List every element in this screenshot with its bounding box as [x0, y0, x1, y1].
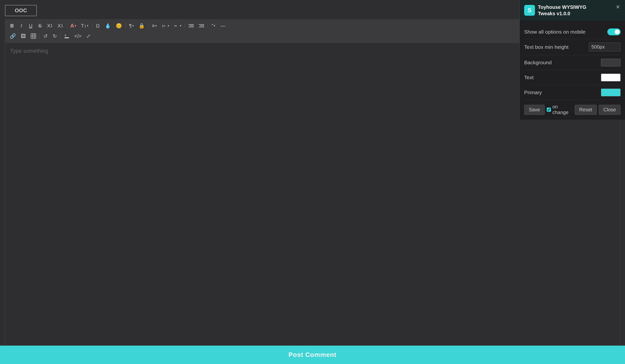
svg-rect-13: [64, 37, 69, 38]
primary-color-swatch[interactable]: [601, 89, 621, 96]
indent-increase-button[interactable]: [197, 22, 206, 30]
background-row: Background: [524, 55, 621, 70]
table-button[interactable]: [29, 32, 38, 40]
show-mobile-row: Show all options on mobile: [524, 25, 621, 39]
editor-placeholder: Type something: [10, 48, 48, 54]
post-comment-button[interactable]: Post Comment: [0, 346, 625, 364]
font-color-button[interactable]: A: [68, 22, 78, 30]
text-color-row: Text: [524, 70, 621, 85]
sep4: [148, 23, 149, 29]
save-button[interactable]: Save: [524, 105, 545, 115]
indent-decrease-button[interactable]: [187, 22, 196, 30]
emoji-button[interactable]: 😊: [114, 22, 124, 30]
text-color-label: Text: [524, 75, 534, 80]
min-height-label: Text box min height: [524, 44, 568, 50]
ordered-list-button[interactable]: 1≡: [160, 22, 171, 30]
show-mobile-label: Show all options on mobile: [524, 29, 586, 35]
close-button[interactable]: Close: [599, 105, 621, 115]
primary-row: Primary: [524, 85, 621, 100]
min-height-row: Text box min height: [524, 39, 621, 55]
reset-button[interactable]: Reset: [575, 105, 597, 115]
primary-label: Primary: [524, 90, 542, 95]
redo-button[interactable]: ↻: [51, 32, 59, 40]
plugin-header: S Toyhouse WYSIWYG Tweaks v1.0.0 ✕: [520, 0, 625, 21]
blockquote-button[interactable]: ": [209, 22, 218, 30]
underline-button[interactable]: U: [27, 22, 35, 30]
on-change-label: on change: [552, 104, 572, 115]
background-color-swatch[interactable]: [601, 59, 621, 66]
strikethrough-button[interactable]: S: [36, 22, 44, 30]
on-change-wrapper: on change: [547, 104, 573, 115]
subscript-button[interactable]: X1: [45, 22, 55, 30]
align-button[interactable]: ≡: [150, 22, 159, 30]
text-color-swatch[interactable]: [601, 74, 621, 81]
min-height-input[interactable]: [589, 42, 621, 52]
plugin-title: Toyhouse WYSIWYG Tweaks v1.0.0: [538, 4, 586, 17]
svg-text:T̶: T̶: [64, 34, 66, 37]
hr-button[interactable]: —: [219, 22, 227, 30]
image-button[interactable]: 🖼: [19, 32, 28, 40]
code-button[interactable]: </>: [72, 32, 83, 40]
link-button[interactable]: 🔗: [8, 32, 18, 40]
show-mobile-toggle[interactable]: [607, 29, 621, 35]
background-label: Background: [524, 60, 552, 65]
plugin-actions: Save on change Reset Close: [524, 100, 621, 115]
fullscreen-button[interactable]: ⤢: [84, 32, 93, 40]
plugin-close-button[interactable]: ✕: [614, 3, 622, 11]
undo-button[interactable]: ↺: [41, 32, 50, 40]
superscript-button[interactable]: X1: [56, 22, 65, 30]
sep2: [92, 23, 92, 29]
sep5: [185, 23, 185, 29]
sep3: [125, 23, 126, 29]
sep1: [66, 23, 67, 29]
font-size-button[interactable]: T↕: [79, 22, 90, 30]
bold-button[interactable]: B: [8, 22, 16, 30]
special-char-button[interactable]: Ω: [94, 22, 102, 30]
italic-button[interactable]: I: [17, 22, 26, 30]
paragraph-button[interactable]: ¶: [127, 22, 136, 30]
ooc-button[interactable]: OOC: [5, 5, 37, 16]
plugin-logo: S: [524, 5, 535, 16]
plugin-body: Show all options on mobile Text box min …: [520, 21, 625, 120]
clear-format-button[interactable]: T̶: [62, 32, 71, 40]
sep6: [208, 23, 208, 29]
highlight-button[interactable]: 💧: [103, 22, 113, 30]
unordered-list-button[interactable]: •≡: [172, 22, 183, 30]
on-change-checkbox[interactable]: [547, 107, 551, 112]
sep8: [60, 33, 61, 39]
plugin-panel: S Toyhouse WYSIWYG Tweaks v1.0.0 ✕ Show …: [520, 0, 625, 120]
lock-button[interactable]: 🔒: [137, 22, 147, 30]
svg-text:1≡: 1≡: [162, 24, 165, 28]
sep7: [39, 33, 40, 39]
svg-rect-8: [31, 34, 36, 38]
svg-text:•≡: •≡: [174, 24, 177, 28]
